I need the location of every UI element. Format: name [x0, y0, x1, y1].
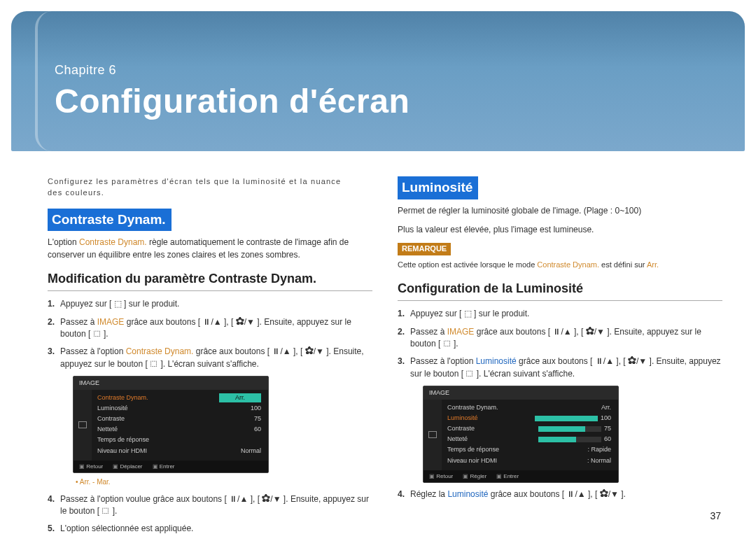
osd-sidebar [74, 390, 92, 460]
lum-desc2: Plus la valeur est élevée, plus l'image … [398, 224, 722, 236]
remark-text: Cette option est activée lorsque le mode… [398, 260, 722, 271]
osd-row: Contraste75 [447, 423, 611, 434]
hero-accent [35, 11, 56, 151]
osd-row: Luminosité100 [447, 413, 611, 423]
step-4: Réglez la Luminosité grâce aux boutons [… [398, 489, 722, 500]
step-5: L'option sélectionnée est appliquée. [48, 523, 372, 534]
osd-row: Temps de réponse [97, 435, 261, 445]
page-number: 37 [710, 510, 721, 521]
intro-text: Configurez les paramètres d'écran tels q… [48, 176, 349, 199]
section-heading-contraste: Contraste Dynam. [48, 209, 172, 232]
contraste-description: L'option Contraste Dynam. règle automati… [48, 237, 372, 261]
section-heading-luminosite: Luminosité [398, 176, 478, 199]
osd-footer: Retour Régler Entrer [424, 470, 618, 483]
chapter-label: Chapitre 6 [55, 63, 745, 78]
step-3: Passez à l'option Contraste Dynam. grâce… [48, 346, 372, 487]
right-column: Luminosité Permet de régler la luminosit… [398, 176, 722, 534]
osd-row: Contraste Dynam.Arr. [447, 402, 611, 413]
step-3: Passez à l'option Luminosité grâce aux b… [398, 356, 722, 483]
osd-row: Temps de réponse: Rapide [447, 444, 611, 455]
chapter-title: Configuration d'écran [55, 82, 745, 120]
remark-label: REMARQUE [398, 243, 451, 255]
step-2: Passez à IMAGE grâce aux boutons [ ⏸/▲ ]… [48, 316, 372, 341]
subheading-config-lum: Configuration de la Luminosité [398, 279, 722, 301]
steps-luminosite: Appuyez sur [ ⬚ ] sur le produit. Passez… [398, 308, 722, 500]
content-area: Configurez les paramètres d'écran tels q… [0, 151, 756, 534]
osd-row: Contraste Dynam.Arr. [97, 393, 261, 403]
osd-row: Contraste75 [97, 414, 261, 424]
em-contraste: Contraste Dynam. [79, 237, 147, 247]
osd-sidebar [424, 400, 442, 470]
osd-footer: Retour Déplacer Entrer [74, 461, 268, 473]
osd-row: Niveau noir HDMINormal [97, 446, 261, 456]
step-2: Passez à IMAGE grâce aux boutons [ ⏸/▲ ]… [398, 326, 722, 351]
osd-row: Luminosité100 [97, 403, 261, 414]
osd-row: Niveau noir HDMI: Normal [447, 456, 611, 466]
chapter-hero: Chapitre 6 Configuration d'écran [11, 11, 745, 151]
step-4: Passez à l'option voulue grâce aux bouto… [48, 493, 372, 518]
osd-screenshot-luminosite: IMAGE Contraste Dynam.Arr. Luminosité100… [423, 386, 619, 483]
steps-contraste: Appuyez sur [ ⬚ ] sur le produit. Passez… [48, 298, 372, 534]
osd-screenshot-contraste: IMAGE Contraste Dynam.Arr. Luminosité100… [73, 376, 269, 473]
option-values: • Arr. - Mar. [76, 477, 372, 488]
osd-rows: Contraste Dynam.Arr. Luminosité100 Contr… [92, 390, 268, 460]
osd-row: Netteté60 [97, 424, 261, 435]
lum-desc: Permet de régler la luminosité globale d… [398, 205, 722, 217]
left-column: Configurez les paramètres d'écran tels q… [48, 176, 372, 534]
step-1: Appuyez sur [ ⬚ ] sur le produit. [48, 298, 372, 310]
step-1: Appuyez sur [ ⬚ ] sur le produit. [398, 308, 722, 320]
osd-title: IMAGE [74, 377, 268, 390]
osd-row: Netteté60 [447, 434, 611, 444]
osd-rows: Contraste Dynam.Arr. Luminosité100 Contr… [442, 400, 618, 470]
osd-title: IMAGE [424, 386, 618, 400]
subheading-modif-contraste: Modification du paramètre Contraste Dyna… [48, 269, 372, 291]
